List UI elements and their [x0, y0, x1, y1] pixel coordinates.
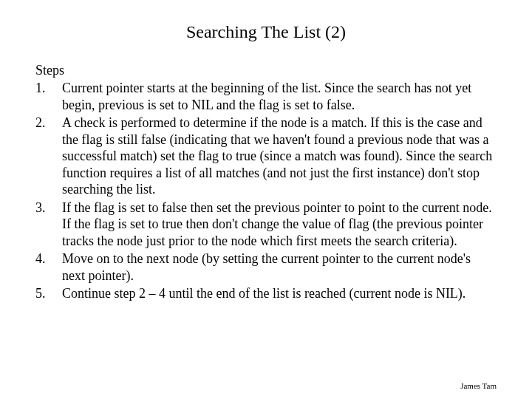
step-number: 5. — [35, 285, 62, 302]
step-text: Current pointer starts at the beginning … — [62, 80, 497, 113]
footer-author: James Tam — [460, 381, 497, 390]
list-item: 5. Continue step 2 – 4 until the end of … — [35, 285, 497, 302]
steps-list: 1. Current pointer starts at the beginni… — [35, 80, 497, 302]
steps-header: Steps — [35, 63, 497, 78]
step-text: Continue step 2 – 4 until the end of the… — [62, 285, 497, 302]
step-number: 2. — [35, 115, 62, 132]
step-number: 3. — [35, 200, 62, 216]
step-text: Move on to the next node (by setting the… — [62, 250, 497, 284]
list-item: 4. Move on to the next node (by setting … — [35, 250, 497, 284]
step-text: If the flag is set to false then set the… — [62, 200, 497, 250]
list-item: 1. Current pointer starts at the beginni… — [35, 80, 497, 113]
page-title: Searching The List (2) — [35, 22, 497, 42]
step-number: 4. — [35, 250, 62, 267]
step-number: 1. — [35, 80, 62, 97]
step-text: A check is performed to determine if the… — [62, 115, 497, 198]
list-item: 3. If the flag is set to false then set … — [35, 200, 497, 250]
list-item: 2. A check is performed to determine if … — [35, 115, 497, 198]
